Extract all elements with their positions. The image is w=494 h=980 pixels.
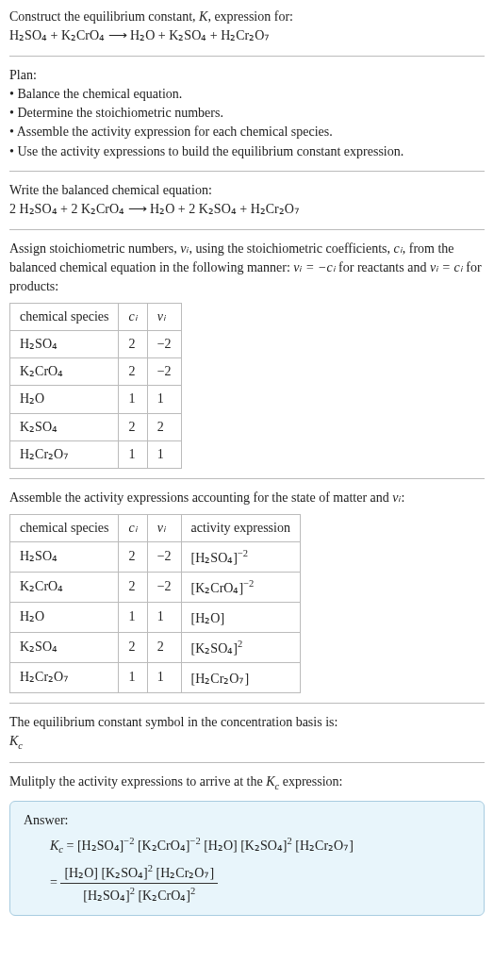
cell-activity: [H₂Cr₂O₇] <box>181 662 300 692</box>
cell-ci: 2 <box>119 413 147 440</box>
table-row: K₂CrO₄ 2 −2 <box>10 358 182 386</box>
plan-bullet-1: • Balance the chemical equation. <box>9 85 485 104</box>
separator <box>9 171 485 172</box>
ans-term: [H₂Cr₂O₇] <box>153 866 214 880</box>
answer-expression: Kc = [H₂SO₄]−2 [K₂CrO₄]−2 [H₂O] [K₂SO₄]2… <box>24 834 470 905</box>
ans-term: [H₂SO₄] <box>83 889 129 903</box>
ans-term: [K₂CrO₄] <box>134 839 189 853</box>
plan-bullet-2: • Determine the stoichiometric numbers. <box>9 104 485 123</box>
table-row: K₂SO₄ 2 2 [K₂SO₄]2 <box>10 632 301 662</box>
cell-activity: [K₂SO₄]2 <box>181 632 300 662</box>
symbol-line1: The equilibrium constant symbol in the c… <box>9 713 485 732</box>
th-species: chemical species <box>10 303 119 330</box>
cell-nui: 1 <box>147 662 181 692</box>
cell-nui: −2 <box>147 541 181 572</box>
activity-exp: −2 <box>243 578 254 589</box>
table-row: H₂Cr₂O₇ 1 1 [H₂Cr₂O₇] <box>10 662 301 692</box>
separator <box>9 703 485 704</box>
separator <box>9 229 485 230</box>
activity-base: [K₂SO₄] <box>191 640 238 655</box>
multiply-text-a: Mulitply the activity expressions to arr… <box>9 774 266 789</box>
assemble-nu-i: νᵢ <box>392 490 401 505</box>
intro-text-a: Construct the equilibrium constant, <box>9 9 199 24</box>
assign-text-b: , using the stoichiometric coefficients, <box>189 241 393 256</box>
assign-c-i: cᵢ <box>394 241 403 256</box>
activity-base: [H₂SO₄] <box>191 551 238 565</box>
fraction-numerator: [H₂O] [K₂SO₄]2 [H₂Cr₂O₇] <box>60 861 218 884</box>
table-header-row: chemical species cᵢ νᵢ activity expressi… <box>10 514 301 541</box>
cell-ci: 2 <box>119 572 147 602</box>
activity-base: [K₂CrO₄] <box>191 581 244 595</box>
th-activity: activity expression <box>181 514 300 541</box>
activity-base: [H₂Cr₂O₇] <box>191 671 250 685</box>
stoich-table: chemical species cᵢ νᵢ H₂SO₄ 2 −2 K₂CrO₄… <box>9 303 182 470</box>
table-row: K₂CrO₄ 2 −2 [K₂CrO₄]−2 <box>10 572 301 602</box>
balanced-heading: Write the balanced chemical equation: <box>9 181 485 200</box>
plan-bullet-3: • Assemble the activity expression for e… <box>9 123 485 141</box>
cell-ci: 1 <box>119 602 147 632</box>
fraction-denominator: [H₂SO₄]2 [K₂CrO₄]2 <box>60 884 218 905</box>
assemble-text-a: Assemble the activity expressions accoun… <box>9 490 392 505</box>
answer-box: Answer: Kc = [H₂SO₄]−2 [K₂CrO₄]−2 [H₂O] … <box>9 801 485 916</box>
ans-exp: 2 <box>190 886 195 896</box>
activity-exp: −2 <box>238 548 248 558</box>
cell-activity: [H₂O] <box>181 602 300 632</box>
table-row: H₂Cr₂O₇ 1 1 <box>10 441 182 469</box>
table-row: K₂SO₄ 2 2 <box>10 413 182 440</box>
assign-rel1: νᵢ = −cᵢ <box>293 260 335 274</box>
table-header-row: chemical species cᵢ νᵢ <box>10 303 182 330</box>
intro-text-b: , expression for: <box>207 9 293 24</box>
symbol-block: The equilibrium constant symbol in the c… <box>9 713 485 753</box>
multiply-kc-k: K <box>266 774 274 789</box>
table-row: H₂O 1 1 [H₂O] <box>10 602 301 632</box>
cell-nui: 1 <box>147 386 181 413</box>
assign-block: Assign stoichiometric numbers, νᵢ, using… <box>9 240 485 470</box>
activity-table: chemical species cᵢ νᵢ activity expressi… <box>9 514 301 693</box>
cell-nui: 1 <box>147 602 181 632</box>
th-ci: cᵢ <box>119 303 147 330</box>
plan-block: Plan: • Balance the chemical equation. •… <box>9 66 485 161</box>
activity-base: [H₂O] <box>191 611 225 625</box>
table-row: H₂O 1 1 <box>10 386 182 413</box>
cell-ci: 1 <box>119 662 147 692</box>
activity-exp: 2 <box>238 639 242 649</box>
cell-ci: 2 <box>119 358 147 386</box>
kc-sub: c <box>18 740 23 751</box>
kc-k: K <box>9 734 18 748</box>
cell-ci: 2 <box>119 632 147 662</box>
cell-nui: 1 <box>147 441 181 469</box>
ans-term: [K₂CrO₄] <box>135 889 190 903</box>
separator <box>9 762 485 763</box>
plan-heading: Plan: <box>9 66 485 85</box>
th-ci: cᵢ <box>119 514 147 541</box>
balanced-block: Write the balanced chemical equation: 2 … <box>9 181 485 220</box>
cell-ci: 1 <box>119 441 147 469</box>
multiply-block: Mulitply the activity expressions to arr… <box>9 772 485 916</box>
symbol-kc: Kc <box>9 732 485 753</box>
multiply-text-b: expression: <box>279 774 342 789</box>
answer-line1: Kc = [H₂SO₄]−2 [K₂CrO₄]−2 [H₂O] [K₂SO₄]2… <box>50 834 470 857</box>
cell-ci: 1 <box>119 386 147 413</box>
ans-exp: −2 <box>124 836 134 846</box>
ans-term: [H₂O] [K₂SO₄] <box>201 839 288 853</box>
table-row: H₂SO₄ 2 −2 [H₂SO₄]−2 <box>10 541 301 572</box>
ans-exp: −2 <box>189 836 200 846</box>
cell-nui: −2 <box>147 330 181 357</box>
th-species: chemical species <box>10 514 119 541</box>
cell-ci: 2 <box>119 330 147 357</box>
cell-nui: −2 <box>147 572 181 602</box>
separator <box>9 56 485 57</box>
th-nui: νᵢ <box>147 514 181 541</box>
intro-K: K <box>199 9 207 24</box>
plan-bullet-4: • Use the activity expressions to build … <box>9 142 485 161</box>
cell-ci: 2 <box>119 541 147 572</box>
ans-kc-k: K <box>50 839 58 853</box>
ans-term: [H₂Cr₂O₇] <box>292 839 354 853</box>
cell-species: K₂SO₄ <box>10 413 119 440</box>
cell-nui: −2 <box>147 358 181 386</box>
cell-species: H₂SO₄ <box>10 541 119 572</box>
assign-text-d: for reactants and <box>336 260 430 274</box>
th-nui: νᵢ <box>147 303 181 330</box>
assemble-text-b: : <box>402 490 405 505</box>
cell-species: H₂SO₄ <box>10 330 119 357</box>
